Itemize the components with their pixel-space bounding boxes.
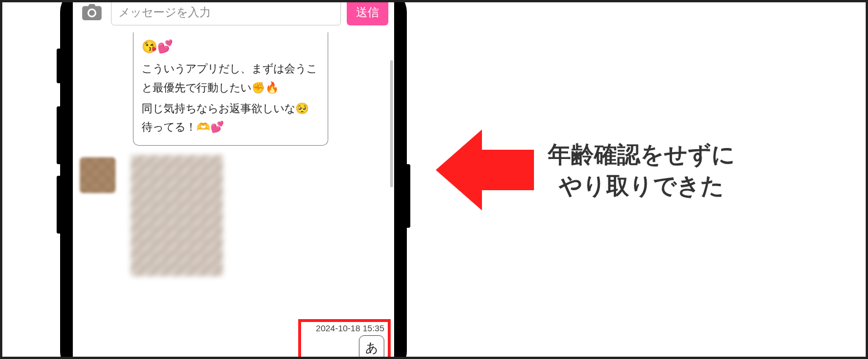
arrow-left-icon xyxy=(436,129,534,210)
message-emoji-line: 😘💕 xyxy=(142,36,320,57)
sender-avatar[interactable] xyxy=(80,157,116,193)
chat-area: 😘💕 こういうアプリだし、まずは会うこと最優先で行動したい✊🔥 同じ気持ちならお… xyxy=(73,32,394,359)
message-body-line: 同じ気持ちならお返事欲しいな🥺待ってる！🫶💕 xyxy=(142,99,320,137)
phone-side-button xyxy=(57,176,60,234)
message-body-line: こういうアプリだし、まずは会うこと最優先で行動したい✊🔥 xyxy=(142,60,320,97)
phone-frame: 送信 😘💕 こういうアプリだし、まずは会うこと最優先で行動したい✊🔥 同じ気持ち… xyxy=(60,0,407,359)
phone-screen: 送信 😘💕 こういうアプリだし、まずは会うこと最優先で行動したい✊🔥 同じ気持ち… xyxy=(73,0,394,359)
send-button[interactable]: 送信 xyxy=(347,0,388,25)
stage: 送信 😘💕 こういうアプリだし、まずは会うこと最優先で行動したい✊🔥 同じ気持ち… xyxy=(2,2,866,357)
highlighted-reply-block: 2024-10-18 15:35 あ xyxy=(298,319,391,359)
incoming-message-bubble: 😘💕 こういうアプリだし、まずは会うこと最優先で行動したい✊🔥 同じ気持ちならお… xyxy=(133,32,328,146)
svg-marker-0 xyxy=(436,129,534,210)
image-message-row xyxy=(80,155,387,276)
outgoing-message-bubble: あ xyxy=(359,335,384,359)
camera-icon[interactable] xyxy=(79,0,105,25)
annotation-line: やり取りできた xyxy=(548,170,735,201)
annotation-caption: 年齢確認をせずに やり取りできた xyxy=(548,139,735,201)
annotation: 年齢確認をせずに やり取りできた xyxy=(436,129,735,210)
phone-side-button xyxy=(407,164,410,228)
annotation-line: 年齢確認をせずに xyxy=(548,139,735,170)
attached-photo[interactable] xyxy=(131,155,223,276)
message-timestamp: 2024-10-18 15:35 xyxy=(316,323,384,333)
message-input[interactable] xyxy=(111,0,341,25)
message-input-bar: 送信 xyxy=(73,0,394,29)
